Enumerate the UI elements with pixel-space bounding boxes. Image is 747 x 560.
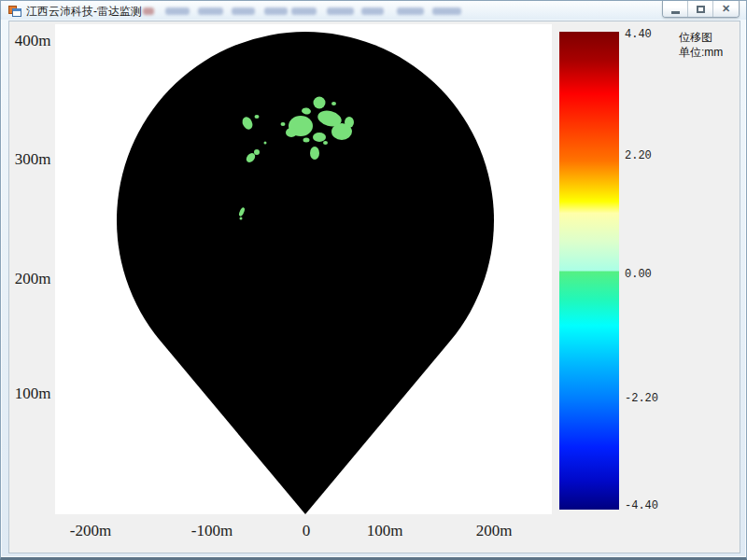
displacement-blob [281, 122, 286, 126]
displacement-blob [255, 115, 260, 119]
displacement-blob [323, 141, 328, 145]
plot-panel [55, 24, 552, 514]
client-area: 400m300m200m100m -200m-100m0100m200m 4.4… [8, 21, 740, 553]
menu-item-blurred-1[interactable] [143, 7, 154, 15]
displacement-blob [313, 133, 326, 142]
menu-item-blurred-7[interactable] [327, 7, 354, 15]
displacement-blob [286, 128, 297, 137]
x-tick-label: 100m [367, 522, 403, 540]
menu-item-blurred-3[interactable] [198, 7, 223, 15]
x-tick-label: -100m [191, 522, 233, 540]
colorbar-tick-label: -2.20 [625, 392, 658, 405]
y-tick-label: 200m [11, 270, 54, 288]
colorbar [559, 32, 619, 510]
minimize-icon [671, 11, 680, 14]
close-icon: ✕ [722, 4, 730, 14]
y-tick-label: 400m [11, 32, 54, 50]
displacement-blob [314, 97, 326, 109]
x-tick-label: 200m [476, 522, 513, 540]
colorbar-legend-unit: 单位:mm [679, 45, 723, 60]
displacement-blob [310, 147, 319, 160]
colorbar-tick-label: 2.20 [625, 149, 652, 162]
menu-item-blurred-2[interactable] [165, 7, 190, 15]
menu-item-blurred-5[interactable] [264, 7, 288, 15]
radar-displacement-map [55, 24, 552, 514]
displacement-blob [345, 117, 354, 128]
menu-item-blurred-9[interactable] [397, 7, 424, 15]
app-window: 江西云沛科技-雷达监测 ✕ 400m300m200m100m -200m-100… [0, 0, 747, 560]
displacement-blob [254, 149, 260, 155]
displacement-blob [264, 142, 267, 145]
y-tick-label: 300m [11, 150, 54, 169]
displacement-blob [240, 217, 243, 220]
colorbar-legend-title: 位移图 [679, 30, 723, 45]
y-tick-label: 100m [11, 385, 54, 403]
menu-item-blurred-6[interactable] [291, 7, 317, 15]
colorbar-legend: 位移图 单位:mm [679, 30, 723, 60]
radar-coverage-cone [117, 32, 494, 514]
maximize-icon [697, 6, 705, 13]
title-bar: 江西云沛科技-雷达监测 ✕ [1, 1, 746, 20]
minimize-button[interactable] [663, 1, 688, 17]
menu-item-blurred-8[interactable] [361, 7, 384, 15]
window-controls: ✕ [662, 1, 740, 18]
colorbar-tick-label: -4.40 [625, 499, 658, 512]
maximize-button[interactable] [688, 1, 713, 17]
menu-item-blurred-4[interactable] [232, 7, 255, 15]
menu-bar [1, 1, 746, 20]
displacement-blob [303, 138, 310, 143]
displacement-blob [331, 102, 336, 105]
menu-item-blurred-10[interactable] [432, 7, 461, 15]
colorbar-tick-label: 4.40 [625, 28, 652, 41]
close-button[interactable]: ✕ [713, 1, 739, 17]
x-tick-label: -200m [70, 522, 111, 540]
colorbar-tick-label: 0.00 [625, 268, 652, 281]
x-tick-label: 0 [303, 522, 311, 540]
